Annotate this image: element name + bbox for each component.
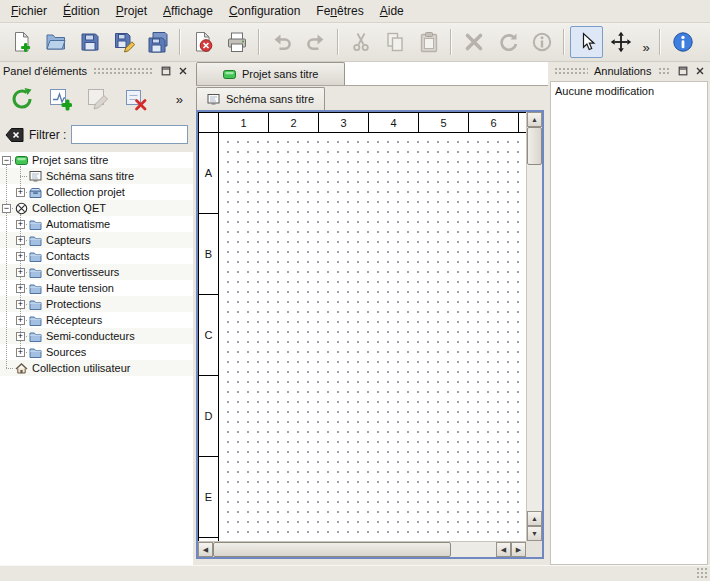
tree-item[interactable]: +Protections xyxy=(0,296,193,312)
tree-expand-plus-handle[interactable]: + xyxy=(16,220,25,229)
new-element-button[interactable] xyxy=(45,84,75,114)
tree-item[interactable]: Collection utilisateur xyxy=(0,360,193,376)
rotate-button[interactable] xyxy=(491,26,524,58)
menu-fichier[interactable]: Fichier xyxy=(3,1,55,21)
diagram-viewport[interactable]: 123456 ABCDE xyxy=(198,112,526,541)
menu-affichage[interactable]: Affichage xyxy=(155,1,221,21)
save-button[interactable] xyxy=(73,26,106,58)
tree-item[interactable]: Schéma sans titre xyxy=(0,168,193,184)
elements-panel-grip[interactable] xyxy=(93,67,153,75)
menu-fenetres[interactable]: Fenêtres xyxy=(308,1,371,21)
menu-projet[interactable]: Projet xyxy=(108,1,155,21)
undo-panel-grip-left[interactable] xyxy=(554,67,588,75)
menu-configuration[interactable]: Configuration xyxy=(221,1,308,21)
delete-button[interactable] xyxy=(457,26,490,58)
tab-project[interactable]: Projet sans titre xyxy=(196,62,345,85)
scroll-down-icon: ▼ xyxy=(531,530,538,537)
vertical-scrollbar-thumb[interactable] xyxy=(527,127,542,165)
scroll-up-button-bottom[interactable]: ▲ xyxy=(527,511,542,526)
tree-expand-plus-handle[interactable]: + xyxy=(16,348,25,357)
undo-panel-dock: Annulations Aucune modification xyxy=(548,62,710,565)
resize-grip[interactable] xyxy=(696,567,708,579)
edit-element-button[interactable] xyxy=(83,84,113,114)
tree-item-label: Collection projet xyxy=(46,186,125,198)
redo-button[interactable] xyxy=(299,26,332,58)
menu-edition[interactable]: Édition xyxy=(55,1,108,21)
tree-item[interactable]: +Haute tension xyxy=(0,280,193,296)
ruler-corner xyxy=(199,113,219,132)
undo-panel-close-button[interactable] xyxy=(693,64,707,78)
save-all-button[interactable] xyxy=(141,26,174,58)
open-button[interactable] xyxy=(39,26,72,58)
print-button[interactable] xyxy=(220,26,253,58)
tree-expand-plus-handle[interactable]: + xyxy=(16,236,25,245)
tree-item[interactable]: +Récepteurs xyxy=(0,312,193,328)
tree-indent xyxy=(16,172,25,181)
about-button[interactable] xyxy=(666,26,699,58)
scroll-left-button[interactable]: ◀ xyxy=(198,542,213,557)
scroll-down-button[interactable]: ▼ xyxy=(527,526,542,541)
folder-icon xyxy=(29,234,42,247)
delete-element-button[interactable] xyxy=(121,84,151,114)
elements-panel-dock: Panel d'éléments » Filtrer : −Projet san… xyxy=(0,62,193,565)
delete-cross-icon xyxy=(463,31,485,53)
tree-expand-plus-handle[interactable]: + xyxy=(16,316,25,325)
scroll-right-button[interactable]: ▶ xyxy=(511,542,526,557)
new-button[interactable] xyxy=(5,26,38,58)
undo-panel-grip[interactable] xyxy=(658,67,671,75)
undo-panel-titlebar[interactable]: Annulations xyxy=(548,62,710,80)
tree-item[interactable]: +Collection projet xyxy=(0,184,193,200)
elements-panel-titlebar[interactable]: Panel d'éléments xyxy=(0,62,193,80)
scroll-up-button[interactable]: ▲ xyxy=(527,112,542,127)
tree-item[interactable]: +Contacts xyxy=(0,248,193,264)
open-folder-icon xyxy=(45,31,67,53)
filter-clear-button[interactable] xyxy=(5,127,24,143)
ruler-column-label: 1 xyxy=(219,113,269,132)
tree-item[interactable]: −Projet sans titre xyxy=(0,152,193,168)
reload-collections-button[interactable] xyxy=(7,84,37,114)
tree-item[interactable]: +Sources xyxy=(0,344,193,360)
tree-item[interactable]: +Convertisseurs xyxy=(0,264,193,280)
undo-button[interactable] xyxy=(265,26,298,58)
tree-expand-plus-handle[interactable]: + xyxy=(16,300,25,309)
elements-panel-close-button[interactable] xyxy=(176,64,190,78)
tree-expand-plus-handle[interactable]: + xyxy=(16,284,25,293)
tab-schema[interactable]: Schéma sans titre xyxy=(196,87,325,110)
filter-input[interactable] xyxy=(71,125,188,144)
tree-item-label: Contacts xyxy=(46,250,89,262)
tree-item[interactable]: +Automatisme xyxy=(0,216,193,232)
elements-panel-float-button[interactable] xyxy=(159,64,173,78)
horizontal-scrollbar-thumb[interactable] xyxy=(213,542,451,557)
vertical-scrollbar[interactable]: ▲ ▲ ▼ xyxy=(526,112,542,541)
tree-item[interactable]: +Semi-conducteurs xyxy=(0,328,193,344)
diagram-canvas[interactable] xyxy=(219,133,526,541)
menu-aide[interactable]: Aide xyxy=(372,1,412,21)
tree-expand-plus-handle[interactable]: + xyxy=(16,332,25,341)
tree-expand-plus-handle[interactable]: + xyxy=(16,252,25,261)
refresh-icon xyxy=(10,87,34,111)
main-toolbar-overflow-button[interactable]: » xyxy=(638,26,654,58)
elements-panel-overflow-button[interactable]: » xyxy=(173,92,186,107)
move-arrows-icon xyxy=(610,31,632,53)
tree-expand-minus-handle[interactable]: − xyxy=(2,156,11,165)
select-mode-button[interactable] xyxy=(570,26,603,58)
undo-panel-float-button[interactable] xyxy=(676,64,690,78)
paste-button[interactable] xyxy=(412,26,445,58)
scroll-left-button-right[interactable]: ◀ xyxy=(496,542,511,557)
elements-tree: −Projet sans titreSchéma sans titre+Coll… xyxy=(0,152,193,565)
undo-history-list[interactable]: Aucune modification xyxy=(550,81,708,565)
tree-expand-minus-handle[interactable]: − xyxy=(2,204,11,213)
cut-button[interactable] xyxy=(344,26,377,58)
main-toolbar-separator xyxy=(563,29,565,55)
tree-item[interactable]: +Capteurs xyxy=(0,232,193,248)
close-file-button[interactable] xyxy=(186,26,219,58)
tree-item[interactable]: −Collection QET xyxy=(0,200,193,216)
tree-indent xyxy=(2,364,11,373)
save-as-button[interactable] xyxy=(107,26,140,58)
element-info-button[interactable] xyxy=(525,26,558,58)
copy-button[interactable] xyxy=(378,26,411,58)
pan-mode-button[interactable] xyxy=(604,26,637,58)
tree-expand-plus-handle[interactable]: + xyxy=(16,188,25,197)
tree-expand-plus-handle[interactable]: + xyxy=(16,268,25,277)
horizontal-scrollbar[interactable]: ◀ ◀ ▶ xyxy=(198,541,526,557)
